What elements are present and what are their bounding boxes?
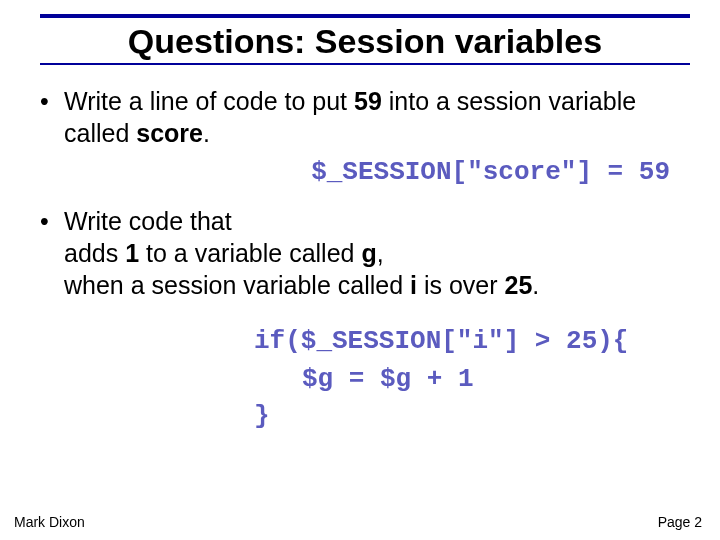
bold-num: 25 xyxy=(505,271,533,299)
slide-footer: Mark Dixon Page 2 xyxy=(0,514,720,530)
bullet-2: Write code that adds 1 to a variable cal… xyxy=(36,205,680,301)
footer-author: Mark Dixon xyxy=(14,514,85,530)
footer-page: Page 2 xyxy=(658,514,702,530)
bullet-list-2: Write code that adds 1 to a variable cal… xyxy=(36,205,680,301)
bullet-list: Write a line of code to put 59 into a se… xyxy=(36,85,680,149)
text: . xyxy=(203,119,210,147)
text: when a session variable called xyxy=(64,271,410,299)
bold-num: 59 xyxy=(354,87,382,115)
code-line-2: $g = $g + 1 xyxy=(254,361,680,399)
answer-1-code: $_SESSION["score"] = 59 xyxy=(36,157,680,187)
bullet-1: Write a line of code to put 59 into a se… xyxy=(36,85,680,149)
code-line-3: } xyxy=(254,398,680,436)
title-rule-bottom xyxy=(40,63,690,65)
text: , xyxy=(377,239,384,267)
slide-title: Questions: Session variables xyxy=(40,22,690,61)
answer-2-code: if($_SESSION["i"] > 25){ $g = $g + 1 } xyxy=(254,323,680,436)
text: . xyxy=(532,271,539,299)
text: Write code that xyxy=(64,207,232,235)
bold-num: 1 xyxy=(125,239,139,267)
text: to a variable called xyxy=(139,239,361,267)
bold-var: score xyxy=(136,119,203,147)
title-area: Questions: Session variables xyxy=(0,0,720,69)
bold-var: i xyxy=(410,271,417,299)
text: adds xyxy=(64,239,125,267)
text: Write a line of code to put xyxy=(64,87,354,115)
title-rule-top xyxy=(40,14,690,18)
text: is over xyxy=(417,271,505,299)
code-line-1: if($_SESSION["i"] > 25){ xyxy=(254,323,680,361)
bold-var: g xyxy=(361,239,376,267)
slide-body: Write a line of code to put 59 into a se… xyxy=(0,69,720,436)
